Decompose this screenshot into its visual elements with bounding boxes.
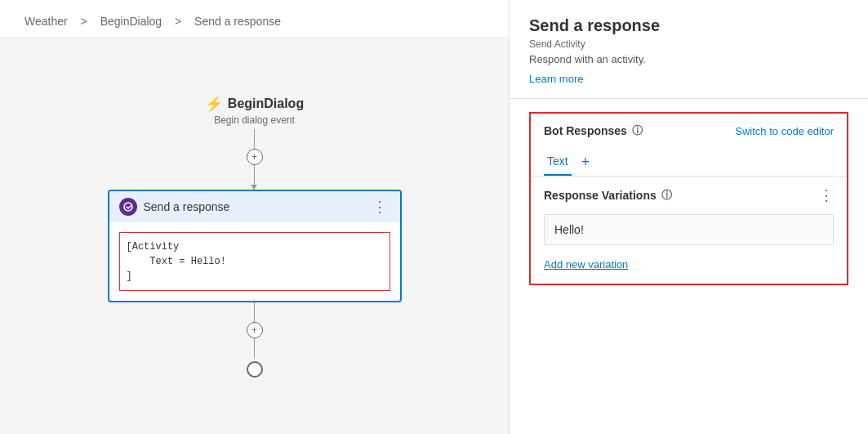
code-line-3: ] (127, 269, 383, 284)
svg-point-0 (124, 203, 132, 211)
switch-to-code-button[interactable]: Switch to code editor (735, 125, 834, 137)
bot-responses-label: Bot Responses (544, 124, 627, 137)
connector-arrow-1 (254, 165, 255, 190)
breadcrumb-part-1[interactable]: Weather (24, 15, 68, 28)
panel-header: Send a response Send Activity Respond wi… (510, 0, 868, 99)
tabs-row: Text + (531, 148, 847, 177)
breadcrumb-separator-1: > (81, 15, 91, 28)
code-line-2: Text = Hello! (127, 254, 383, 269)
panel-body: Bot Responses ⓘ Switch to code editor Te… (510, 99, 868, 434)
add-button-1[interactable]: + (247, 149, 263, 165)
node-header: Send a response ⋮ (109, 191, 400, 222)
node-title: Send a response (144, 200, 230, 213)
response-variations-header: Response Variations ⓘ ⋮ (544, 186, 834, 204)
lightning-icon: ⚡ (205, 95, 223, 113)
panel-description: Respond with an activity. (529, 53, 848, 65)
begin-dialog-title: ⚡ BeginDialog (205, 95, 304, 113)
breadcrumb-part-3: Send a response (194, 15, 281, 28)
node-menu-button[interactable]: ⋮ (369, 198, 390, 216)
node-code: [Activity Text = Hello! ] (119, 232, 390, 291)
breadcrumb: Weather > BeginDialog > Send a response (0, 0, 509, 38)
breadcrumb-separator-2: > (175, 15, 185, 28)
connector-line-1 (254, 129, 255, 149)
end-circle (247, 361, 263, 378)
add-new-variation-button[interactable]: Add new variation (544, 252, 628, 274)
response-variations-title: Response Variations ⓘ (544, 188, 672, 203)
node-body: [Activity Text = Hello! ] (109, 222, 400, 301)
response-variations-help-icon[interactable]: ⓘ (661, 188, 672, 203)
begin-dialog-name: BeginDialog (228, 96, 304, 111)
bot-responses-help-icon[interactable]: ⓘ (632, 123, 643, 138)
breadcrumb-part-2[interactable]: BeginDialog (100, 15, 162, 28)
connector-bottom: + (247, 302, 263, 378)
connector-line-2 (254, 302, 255, 322)
canvas-area: ⚡ BeginDialog Begin dialog event + (0, 38, 509, 434)
learn-more-link[interactable]: Learn more (529, 73, 583, 85)
tab-text[interactable]: Text (544, 148, 572, 176)
panel-subtitle: Send Activity (529, 38, 848, 50)
begin-dialog-subtitle: Begin dialog event (214, 114, 295, 126)
send-response-node[interactable]: Send a response ⋮ [Activity Text = Hello… (108, 190, 402, 302)
begin-dialog-node: ⚡ BeginDialog Begin dialog event + (205, 95, 304, 190)
tab-add-button[interactable]: + (578, 150, 594, 174)
left-panel: Weather > BeginDialog > Send a response … (0, 0, 509, 434)
connector-line-3 (254, 338, 255, 358)
panel-title: Send a response (529, 16, 848, 35)
response-variations-label: Response Variations (544, 189, 657, 202)
bot-responses-section: Bot Responses ⓘ Switch to code editor Te… (529, 112, 848, 285)
code-line-1: [Activity (127, 239, 383, 254)
node-icon (119, 198, 137, 216)
variation-item[interactable]: Hello! (544, 214, 834, 245)
response-variations-more-menu[interactable]: ⋮ (819, 186, 834, 204)
add-button-2[interactable]: + (247, 322, 263, 338)
bot-responses-header: Bot Responses ⓘ Switch to code editor (531, 114, 847, 148)
node-header-left: Send a response (119, 198, 230, 216)
flow-container: ⚡ BeginDialog Begin dialog event + (108, 95, 402, 378)
right-panel: Send a response Send Activity Respond wi… (509, 0, 868, 434)
response-variations-section: Response Variations ⓘ ⋮ Hello! Add new v… (531, 177, 847, 284)
bot-responses-title: Bot Responses ⓘ (544, 123, 643, 138)
begin-dialog-label: ⚡ BeginDialog Begin dialog event (205, 95, 304, 126)
